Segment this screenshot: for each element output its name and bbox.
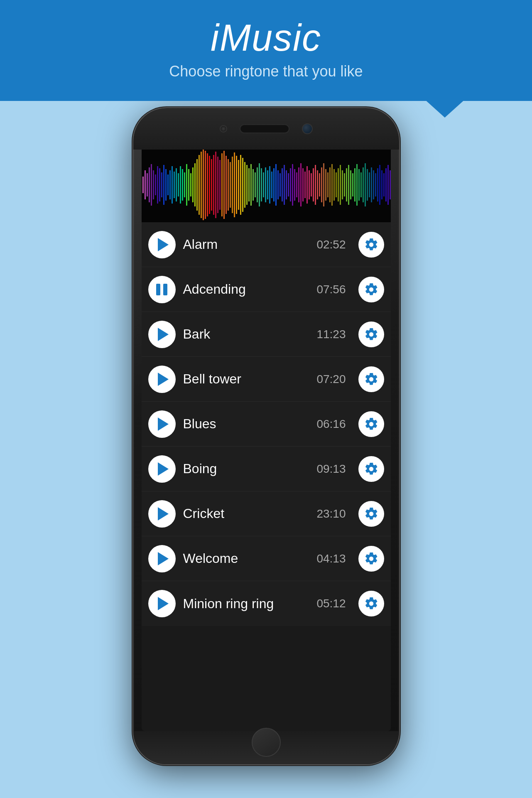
gear-button[interactable] bbox=[358, 501, 384, 527]
svg-rect-15 bbox=[169, 170, 171, 199]
svg-rect-110 bbox=[367, 169, 368, 201]
app-title: iMusic bbox=[0, 17, 532, 59]
gear-button[interactable] bbox=[358, 232, 384, 258]
gear-button[interactable] bbox=[358, 546, 384, 572]
pause-button[interactable] bbox=[148, 276, 176, 303]
svg-rect-99 bbox=[344, 173, 345, 196]
svg-rect-102 bbox=[350, 170, 351, 199]
svg-rect-85 bbox=[315, 165, 316, 205]
play-button[interactable] bbox=[148, 366, 176, 393]
svg-rect-27 bbox=[194, 163, 196, 206]
gear-button[interactable] bbox=[358, 411, 384, 437]
svg-rect-68 bbox=[279, 173, 281, 196]
svg-rect-96 bbox=[338, 168, 339, 201]
svg-rect-112 bbox=[371, 167, 372, 202]
svg-rect-9 bbox=[157, 166, 158, 204]
gear-icon bbox=[364, 506, 379, 521]
svg-rect-65 bbox=[273, 168, 275, 201]
svg-rect-119 bbox=[385, 168, 387, 201]
gear-button[interactable] bbox=[358, 277, 384, 302]
svg-rect-58 bbox=[259, 163, 260, 206]
track-name: Blues bbox=[183, 416, 301, 432]
track-name: Welcome bbox=[183, 551, 301, 566]
gear-button[interactable] bbox=[358, 366, 384, 392]
svg-rect-84 bbox=[313, 168, 314, 201]
track-name: Boing bbox=[183, 461, 301, 476]
svg-rect-64 bbox=[271, 172, 272, 198]
svg-rect-100 bbox=[346, 168, 347, 201]
play-button[interactable] bbox=[148, 321, 176, 348]
header-banner: iMusic Choose ringtone that you like bbox=[0, 0, 532, 101]
track-item: Alarm02:52 bbox=[142, 222, 391, 267]
svg-rect-5 bbox=[149, 167, 150, 202]
front-camera-small bbox=[220, 125, 227, 133]
svg-rect-46 bbox=[234, 152, 235, 217]
play-icon bbox=[158, 597, 169, 610]
track-item: Welcome04:13 bbox=[142, 536, 391, 581]
track-name: Bark bbox=[183, 327, 301, 342]
track-item: Boing09:13 bbox=[142, 447, 391, 491]
track-name: Minion ring ring bbox=[183, 596, 301, 611]
svg-rect-33 bbox=[207, 153, 208, 216]
svg-rect-48 bbox=[238, 160, 239, 210]
svg-rect-83 bbox=[311, 173, 312, 196]
home-button[interactable] bbox=[252, 728, 281, 757]
svg-rect-87 bbox=[319, 173, 320, 196]
svg-rect-12 bbox=[163, 165, 164, 205]
phone-screen: Alarm02:52Adcending07:56Bark11:23Bell to… bbox=[142, 147, 391, 731]
play-button[interactable] bbox=[148, 231, 176, 258]
track-name: Cricket bbox=[183, 506, 301, 521]
play-icon bbox=[158, 328, 169, 341]
svg-rect-39 bbox=[219, 160, 221, 210]
play-button[interactable] bbox=[148, 500, 176, 528]
pause-icon bbox=[156, 284, 167, 295]
play-button[interactable] bbox=[148, 545, 176, 572]
svg-rect-36 bbox=[213, 155, 214, 215]
svg-rect-7 bbox=[153, 170, 154, 199]
track-name: Adcending bbox=[183, 282, 301, 297]
app-subtitle: Choose ringtone that you like bbox=[0, 63, 532, 80]
svg-rect-90 bbox=[325, 169, 326, 201]
track-duration: 05:12 bbox=[309, 597, 346, 610]
gear-icon bbox=[364, 372, 379, 387]
svg-rect-66 bbox=[275, 164, 277, 206]
play-button[interactable] bbox=[148, 410, 176, 438]
svg-rect-18 bbox=[176, 168, 177, 201]
track-duration: 07:20 bbox=[309, 373, 346, 386]
svg-rect-16 bbox=[172, 166, 173, 204]
track-duration: 06:16 bbox=[309, 417, 346, 431]
track-duration: 11:23 bbox=[309, 328, 346, 341]
gear-button[interactable] bbox=[358, 322, 384, 347]
play-icon bbox=[158, 238, 169, 251]
svg-rect-104 bbox=[354, 168, 355, 201]
gear-button[interactable] bbox=[358, 456, 384, 482]
svg-rect-14 bbox=[167, 174, 169, 195]
svg-rect-118 bbox=[383, 173, 385, 196]
svg-rect-19 bbox=[178, 173, 179, 196]
svg-rect-20 bbox=[180, 166, 181, 204]
front-camera-main bbox=[302, 123, 313, 134]
svg-rect-31 bbox=[203, 150, 204, 220]
play-button[interactable] bbox=[148, 455, 176, 483]
gear-button[interactable] bbox=[358, 591, 384, 616]
gear-icon bbox=[364, 462, 379, 476]
track-duration: 09:13 bbox=[309, 462, 346, 476]
svg-rect-103 bbox=[352, 173, 353, 196]
svg-rect-52 bbox=[246, 165, 248, 205]
svg-rect-8 bbox=[155, 174, 156, 195]
svg-rect-63 bbox=[269, 166, 270, 204]
track-item: Bark11:23 bbox=[142, 312, 391, 357]
svg-rect-109 bbox=[365, 163, 366, 206]
svg-rect-72 bbox=[288, 173, 289, 196]
svg-rect-70 bbox=[284, 165, 285, 205]
svg-rect-92 bbox=[329, 167, 331, 202]
svg-rect-106 bbox=[358, 169, 360, 201]
svg-rect-76 bbox=[296, 172, 297, 197]
track-duration: 04:13 bbox=[309, 552, 346, 565]
svg-rect-4 bbox=[147, 173, 148, 196]
svg-rect-60 bbox=[263, 172, 264, 197]
svg-rect-51 bbox=[244, 162, 245, 208]
play-button[interactable] bbox=[148, 590, 176, 617]
play-icon bbox=[158, 462, 169, 476]
svg-rect-71 bbox=[286, 170, 287, 199]
